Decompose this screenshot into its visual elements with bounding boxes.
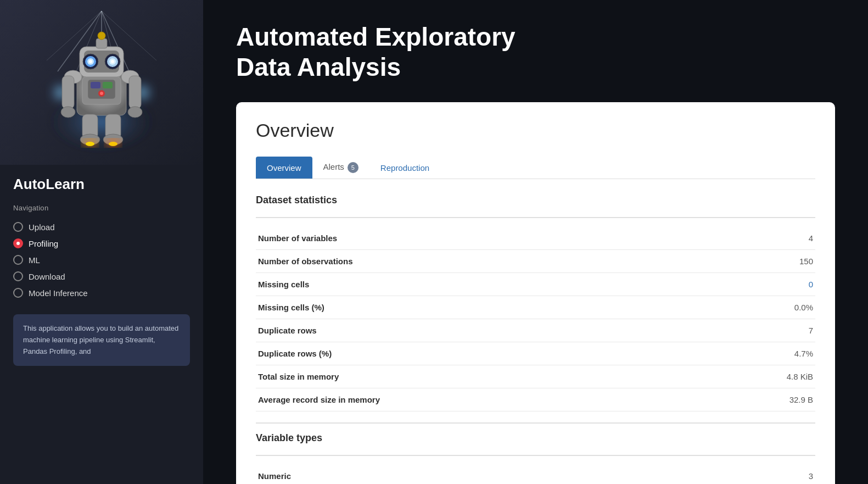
info-box: This application allows you to build an … xyxy=(13,314,190,366)
stat-label: Number of variables xyxy=(256,227,705,250)
svg-rect-27 xyxy=(129,76,141,109)
stat-label: Missing cells xyxy=(256,273,705,296)
svg-point-28 xyxy=(61,107,75,118)
stat-value: 32.9 B xyxy=(705,388,815,411)
svg-point-23 xyxy=(98,32,105,40)
svg-rect-26 xyxy=(62,76,74,109)
stat-value: 150 xyxy=(705,250,815,273)
svg-rect-22 xyxy=(96,38,107,48)
divider-stats xyxy=(256,217,815,218)
stat-label: Duplicate rows xyxy=(256,319,705,342)
overview-card: Overview Overview Alerts5 Reproduction D… xyxy=(236,102,835,484)
sidebar-item-download[interactable]: Download xyxy=(13,268,190,285)
table-row: Numeric 3 xyxy=(256,465,815,484)
table-row: Total size in memory 4.8 KiB xyxy=(256,365,815,388)
sidebar-item-label-model-inference: Model Inference xyxy=(29,288,88,298)
sidebar-item-model-inference[interactable]: Model Inference xyxy=(13,285,190,301)
main-content: Automated Exploratory Data Analysis Over… xyxy=(203,0,868,484)
stat-label: Total size in memory xyxy=(256,365,705,388)
sidebar-item-ml[interactable]: ML xyxy=(13,252,190,268)
nav-items: Upload Profiling ML Download Model Infer… xyxy=(13,219,190,301)
radio-ml xyxy=(13,255,23,265)
variable-types-title: Variable types xyxy=(256,432,815,444)
table-row: Number of observations 150 xyxy=(256,250,815,273)
table-row: Average record size in memory 32.9 B xyxy=(256,388,815,411)
stat-value-blue: 0 xyxy=(705,273,815,296)
stats-table: Number of variables 4 Number of observat… xyxy=(256,227,815,411)
svg-point-42 xyxy=(100,92,103,95)
alerts-badge: 5 xyxy=(348,162,359,173)
divider-var-types-2 xyxy=(256,455,815,456)
table-row: Duplicate rows 7 xyxy=(256,319,815,342)
stat-value: 4 xyxy=(705,227,815,250)
sidebar-item-label-download: Download xyxy=(29,272,65,281)
tab-overview[interactable]: Overview xyxy=(256,157,312,179)
stat-label: Duplicate rows (%) xyxy=(256,342,705,365)
var-type-value: 3 xyxy=(707,465,815,484)
page-title: Automated Exploratory Data Analysis xyxy=(236,22,576,82)
robot-illustration xyxy=(25,5,178,159)
var-type-label: Numeric xyxy=(256,465,707,484)
svg-point-36 xyxy=(86,142,94,146)
tab-alerts[interactable]: Alerts5 xyxy=(312,157,369,179)
stat-value: 0.0% xyxy=(705,296,815,319)
dataset-statistics-title: Dataset statistics xyxy=(256,194,815,206)
table-row: Number of variables 4 xyxy=(256,227,815,250)
stat-value: 7 xyxy=(705,319,815,342)
stat-label: Number of observations xyxy=(256,250,705,273)
sidebar-content: AutoLearn Navigation Upload Profiling ML… xyxy=(0,165,203,484)
svg-point-29 xyxy=(128,107,142,118)
tab-bar: Overview Alerts5 Reproduction xyxy=(256,157,815,179)
tab-reproduction[interactable]: Reproduction xyxy=(369,157,440,179)
svg-rect-40 xyxy=(103,82,113,88)
stat-value: 4.7% xyxy=(705,342,815,365)
sidebar-image xyxy=(0,0,203,165)
sidebar-item-profiling[interactable]: Profiling xyxy=(13,235,190,252)
sidebar-item-upload[interactable]: Upload xyxy=(13,219,190,235)
radio-download xyxy=(13,271,23,281)
radio-model-inference xyxy=(13,288,23,298)
variable-types-table: Numeric 3 xyxy=(256,465,815,484)
sidebar-item-label-upload: Upload xyxy=(29,222,55,232)
card-title: Overview xyxy=(256,120,815,141)
tab-alerts-label: Alerts xyxy=(323,162,344,171)
svg-rect-39 xyxy=(91,82,100,88)
svg-point-18 xyxy=(89,60,92,63)
radio-profiling xyxy=(13,238,23,248)
sidebar-item-label-profiling: Profiling xyxy=(29,239,58,248)
app-title: AutoLearn xyxy=(13,176,190,193)
table-row: Duplicate rows (%) 4.7% xyxy=(256,342,815,365)
sidebar: × xyxy=(0,0,203,484)
stat-label: Average record size in memory xyxy=(256,388,705,411)
svg-point-21 xyxy=(111,60,114,63)
radio-upload xyxy=(13,222,23,232)
nav-label: Navigation xyxy=(13,204,190,212)
table-row: Missing cells (%) 0.0% xyxy=(256,296,815,319)
svg-point-37 xyxy=(109,142,117,146)
info-box-text: This application allows you to build an … xyxy=(23,324,178,355)
table-row: Missing cells 0 xyxy=(256,273,815,296)
divider-var-types xyxy=(256,422,815,424)
sidebar-item-label-ml: ML xyxy=(29,255,40,265)
stat-label: Missing cells (%) xyxy=(256,296,705,319)
stat-value: 4.8 KiB xyxy=(705,365,815,388)
